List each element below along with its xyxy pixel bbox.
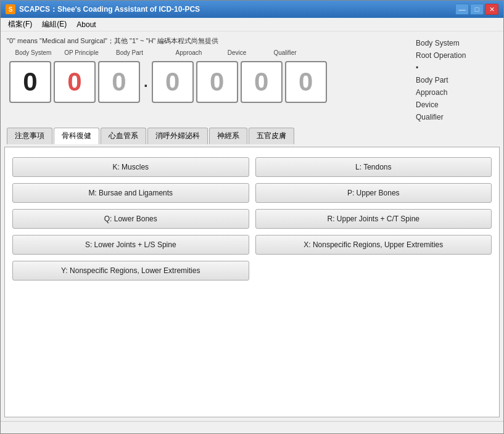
btn-lower-bones[interactable]: Q: Lower Bones xyxy=(12,209,249,229)
menu-file[interactable]: 檔案(F) xyxy=(3,18,37,31)
op-principle-label: OP Principle xyxy=(57,49,105,56)
tab-orthopedic[interactable]: 骨科復健 xyxy=(54,128,99,144)
maximize-button[interactable]: □ xyxy=(470,4,484,15)
btn-upper-joints[interactable]: R: Upper Joints + C/T Spine xyxy=(255,209,492,229)
btn-lower-joints[interactable]: S: Lower Joints + L/S Spine xyxy=(12,235,249,255)
sidebar-body-part[interactable]: Body Part xyxy=(413,75,500,86)
sidebar-qualifier[interactable]: Qualifier xyxy=(413,112,500,123)
sidebar-body-system[interactable]: Body System xyxy=(413,38,500,49)
sidebar: Body System Root Operation • Body Part A… xyxy=(413,35,500,123)
app-icon: S xyxy=(6,4,15,14)
tab-digestive[interactable]: 消呼外婦泌科 xyxy=(147,128,208,144)
info-text: "0" means "Medical and Surgical"；其他 "1" … xyxy=(4,35,408,47)
btn-bursae[interactable]: M: Bursae and Ligaments xyxy=(12,183,249,203)
main-window: S SCAPCS：Shee's Coading Assistant of ICD… xyxy=(0,0,504,434)
btn-nonspecific-upper[interactable]: X: Nonspecific Regions, Upper Extremitie… xyxy=(255,235,492,255)
title-bar-left: S SCAPCS：Shee's Coading Assistant of ICD… xyxy=(6,4,200,15)
close-button[interactable]: ✕ xyxy=(485,4,498,15)
digit-2[interactable]: 0 xyxy=(54,61,96,103)
qualifier-label: Qualifier xyxy=(261,49,309,56)
digit-4[interactable]: 0 xyxy=(152,61,194,103)
code-area: "0" means "Medical and Surgical"；其他 "1" … xyxy=(4,35,408,105)
tab-notes[interactable]: 注意事項 xyxy=(7,128,52,144)
btn-tendons[interactable]: L: Tendons xyxy=(255,157,492,177)
window-title: SCAPCS：Shee's Coading Assistant of ICD-1… xyxy=(19,4,200,15)
content-panel: K: Muscles L: Tendons M: Bursae and Liga… xyxy=(4,147,500,417)
btn-muscles[interactable]: K: Muscles xyxy=(12,157,249,177)
body-part-label: Body Part xyxy=(105,49,154,56)
digit-1[interactable]: 0 xyxy=(9,61,51,103)
approach-label: Approach xyxy=(165,49,213,56)
sidebar-device[interactable]: Device xyxy=(413,99,500,110)
tab-cardiovascular[interactable]: 心血管系 xyxy=(101,128,146,144)
body-system-label: Body System xyxy=(9,49,57,56)
tabs-row: 注意事項 骨科復健 心血管系 消呼外婦泌科 神經系 五官皮膚 xyxy=(4,125,500,144)
main-content: "0" means "Medical and Surgical"；其他 "1" … xyxy=(1,31,503,421)
digit-7[interactable]: 0 xyxy=(285,61,327,103)
tab-nervous[interactable]: 神經系 xyxy=(209,128,247,144)
top-section: "0" means "Medical and Surgical"；其他 "1" … xyxy=(4,35,500,123)
sidebar-bullet: • xyxy=(413,62,500,73)
btn-nonspecific-lower[interactable]: Y: Nonspecific Regions, Lower Extremitie… xyxy=(12,261,249,280)
tab-sensory[interactable]: 五官皮膚 xyxy=(249,128,294,144)
btn-upper-bones[interactable]: P: Upper Bones xyxy=(255,183,492,203)
title-bar: S SCAPCS：Shee's Coading Assistant of ICD… xyxy=(1,1,503,18)
status-bar xyxy=(1,421,503,433)
menu-about[interactable]: About xyxy=(72,19,101,30)
sidebar-root-operation[interactable]: Root Operation xyxy=(413,50,500,61)
buttons-grid: K: Muscles L: Tendons M: Bursae and Liga… xyxy=(12,157,492,255)
menu-edit[interactable]: 編組(E) xyxy=(37,18,72,31)
digit-6[interactable]: 0 xyxy=(241,61,283,103)
digits-row: 0 0 0 . 0 0 0 0 xyxy=(4,59,408,105)
dot-separator: . xyxy=(143,73,149,91)
sidebar-approach[interactable]: Approach xyxy=(413,87,500,98)
device-label: Device xyxy=(213,49,261,56)
digit-3[interactable]: 0 xyxy=(98,61,140,103)
single-button-row: Y: Nonspecific Regions, Lower Extremitie… xyxy=(12,261,492,280)
title-bar-buttons: — □ ✕ xyxy=(455,4,498,15)
menu-bar: 檔案(F) 編組(E) About xyxy=(1,18,503,31)
minimize-button[interactable]: — xyxy=(455,4,469,15)
digit-5[interactable]: 0 xyxy=(196,61,238,103)
